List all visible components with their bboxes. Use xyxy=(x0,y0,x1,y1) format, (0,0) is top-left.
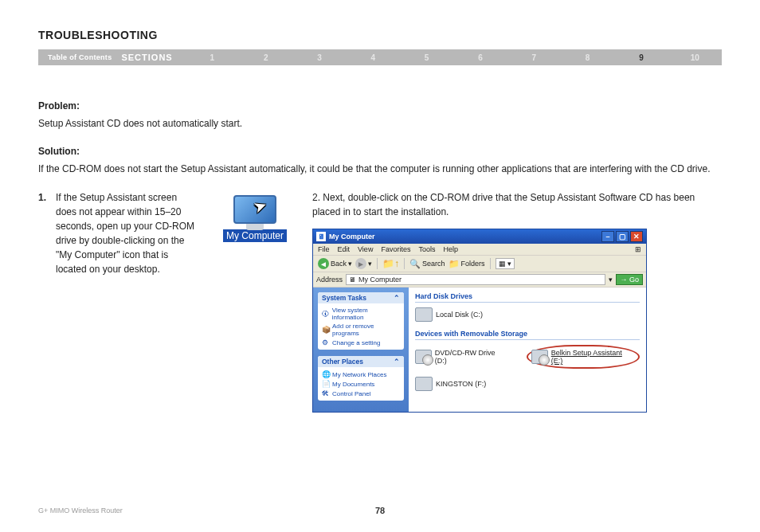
address-icon: 🖥 xyxy=(349,276,356,284)
link-my-documents[interactable]: 📄My Documents xyxy=(322,379,400,389)
drive-kingston-f[interactable]: KINGSTON (F:) xyxy=(415,377,486,391)
section-link-3[interactable]: 3 xyxy=(292,53,346,62)
section-link-7[interactable]: 7 xyxy=(507,53,561,62)
my-computer-desktop-icon: ➤ My Computer xyxy=(221,195,288,242)
menu-favorites[interactable]: Favorites xyxy=(381,245,410,253)
sections-label: SECTIONS xyxy=(121,53,185,62)
address-label: Address xyxy=(316,276,343,284)
problem-text: Setup Assistant CD does not automaticall… xyxy=(38,116,722,131)
menu-tools[interactable]: Tools xyxy=(418,245,435,253)
views-button[interactable]: ▦ ▾ xyxy=(496,258,515,269)
cd-drive-icon xyxy=(415,350,432,364)
my-computer-window: 🖥 My Computer – ▢ ✕ File Edit View Favor… xyxy=(312,229,647,413)
section-link-6[interactable]: 6 xyxy=(453,53,507,62)
toolbar: ◄Back ▾ ► ▾ 📁↑ 🔍Search 📁Folders ▦ ▾ xyxy=(313,256,646,272)
section-link-10[interactable]: 10 xyxy=(668,53,722,62)
group-hard-disk: Hard Disk Drives xyxy=(415,292,640,303)
section-link-1[interactable]: 1 xyxy=(186,53,239,62)
section-link-4[interactable]: 4 xyxy=(347,53,400,62)
page-number: 78 xyxy=(375,506,385,515)
up-folder-button[interactable]: 📁↑ xyxy=(382,258,399,269)
page-footer: G+ MIMO Wireless Router 78 xyxy=(0,507,760,514)
window-titlebar: 🖥 My Computer – ▢ ✕ xyxy=(313,229,646,244)
link-network-places[interactable]: 🌐My Network Places xyxy=(322,370,400,379)
search-button[interactable]: 🔍Search xyxy=(409,259,445,269)
section-link-2[interactable]: 2 xyxy=(239,53,292,62)
folders-button[interactable]: 📁Folders xyxy=(449,259,485,269)
problem-label: Problem: xyxy=(38,100,722,111)
main-pane: Hard Disk Drives Local Disk (C:) Devices… xyxy=(409,288,646,412)
collapse-icon[interactable]: ⌃ xyxy=(394,294,400,302)
menu-view[interactable]: View xyxy=(358,245,373,253)
info-icon: 🛈 xyxy=(322,310,330,318)
drive-belkin-e[interactable]: Belkin Setup Assistant (E:) xyxy=(527,345,640,369)
my-computer-icon-label: My Computer xyxy=(223,229,287,242)
network-icon: 🌐 xyxy=(322,370,330,378)
window-title-text: My Computer xyxy=(329,233,600,241)
address-value: My Computer xyxy=(358,276,402,284)
menu-edit[interactable]: Edit xyxy=(338,245,351,253)
task-change-setting[interactable]: ⚙Change a setting xyxy=(322,338,400,347)
step-1-text: If the Setup Assistant screen does not a… xyxy=(56,190,198,276)
window-title-icon: 🖥 xyxy=(316,232,326,241)
step-1: 1. If the Setup Assistant screen does no… xyxy=(38,190,198,276)
address-bar: Address 🖥 My Computer ▾ → Go xyxy=(313,272,646,288)
windows-logo-icon: ⊞ xyxy=(635,245,641,253)
menu-bar: File Edit View Favorites Tools Help ⊞ xyxy=(313,244,646,256)
address-field[interactable]: 🖥 My Computer xyxy=(346,274,605,285)
address-dropdown-icon[interactable]: ▾ xyxy=(609,276,613,284)
settings-icon: ⚙ xyxy=(322,338,330,346)
collapse-icon[interactable]: ⌃ xyxy=(394,358,400,366)
system-tasks-panel: System Tasks ⌃ 🛈View system information … xyxy=(318,292,404,350)
page-title: TROUBLESHOOTING xyxy=(38,29,722,41)
step-1-number: 1. xyxy=(38,190,56,276)
documents-icon: 📄 xyxy=(322,380,330,388)
step-2-text: 2. Next, double-click on the CD-ROM driv… xyxy=(312,190,722,219)
section-nav: Table of Contents SECTIONS 1 2 3 4 5 6 7… xyxy=(38,49,722,65)
back-button[interactable]: ◄Back ▾ xyxy=(318,258,352,269)
task-view-system-info[interactable]: 🛈View system information xyxy=(322,306,400,322)
section-link-5[interactable]: 5 xyxy=(400,53,453,62)
other-places-panel: Other Places ⌃ 🌐My Network Places 📄My Do… xyxy=(318,356,404,401)
drive-local-c[interactable]: Local Disk (C:) xyxy=(415,307,483,322)
hdd-icon xyxy=(415,307,433,322)
go-button[interactable]: → Go xyxy=(616,274,643,285)
drive-dvd-d[interactable]: DVD/CD-RW Drive (D:) xyxy=(415,349,504,365)
section-link-8[interactable]: 8 xyxy=(561,53,614,62)
programs-icon: 📦 xyxy=(322,326,330,334)
maximize-button[interactable]: ▢ xyxy=(616,231,629,242)
forward-button[interactable]: ► ▾ xyxy=(355,258,372,269)
sidebar: System Tasks ⌃ 🛈View system information … xyxy=(313,288,409,412)
toc-link[interactable]: Table of Contents xyxy=(38,53,121,61)
menu-help[interactable]: Help xyxy=(443,245,458,253)
other-places-title: Other Places xyxy=(322,358,363,366)
link-control-panel[interactable]: 🛠Control Panel xyxy=(322,389,400,398)
section-link-9[interactable]: 9 xyxy=(614,53,668,62)
task-add-remove-programs[interactable]: 📦Add or remove programs xyxy=(322,322,400,338)
menu-file[interactable]: File xyxy=(318,245,330,253)
control-panel-icon: 🛠 xyxy=(322,389,330,397)
minimize-button[interactable]: – xyxy=(601,231,614,242)
product-name: G+ MIMO Wireless Router xyxy=(38,507,123,514)
solution-label: Solution: xyxy=(38,146,722,157)
cd-drive-icon xyxy=(531,350,548,364)
close-button[interactable]: ✕ xyxy=(630,231,643,242)
solution-text: If the CD-ROM does not start the Setup A… xyxy=(38,162,722,177)
removable-drive-icon xyxy=(415,377,433,391)
system-tasks-title: System Tasks xyxy=(322,294,366,302)
group-removable: Devices with Removable Storage xyxy=(415,330,640,340)
